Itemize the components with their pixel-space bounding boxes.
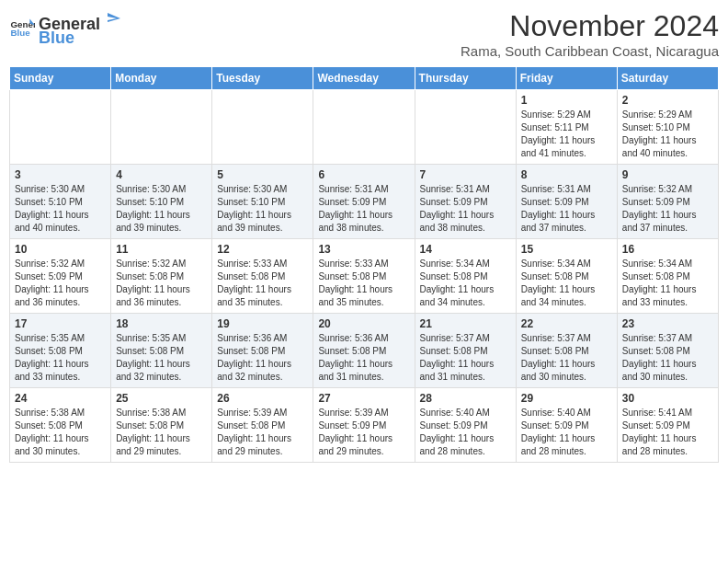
day-info: Sunrise: 5:34 AM Sunset: 5:08 PM Dayligh… bbox=[420, 258, 511, 309]
day-info: Sunrise: 5:29 AM Sunset: 5:11 PM Dayligh… bbox=[521, 109, 612, 160]
calendar-day-cell: 25Sunrise: 5:38 AM Sunset: 5:08 PM Dayli… bbox=[111, 388, 212, 463]
day-number: 15 bbox=[521, 243, 612, 256]
day-info: Sunrise: 5:37 AM Sunset: 5:08 PM Dayligh… bbox=[521, 332, 612, 384]
day-number: 3 bbox=[15, 168, 106, 181]
logo-icon: General Blue bbox=[9, 16, 35, 41]
day-info: Sunrise: 5:31 AM Sunset: 5:09 PM Dayligh… bbox=[420, 183, 511, 235]
day-info: Sunrise: 5:34 AM Sunset: 5:08 PM Dayligh… bbox=[622, 258, 713, 309]
calendar-day-cell: 1Sunrise: 5:29 AM Sunset: 5:11 PM Daylig… bbox=[516, 90, 617, 165]
day-info: Sunrise: 5:35 AM Sunset: 5:08 PM Dayligh… bbox=[116, 332, 207, 384]
logo: General Blue General Blue bbox=[9, 9, 120, 48]
day-number: 8 bbox=[521, 168, 612, 181]
day-number: 19 bbox=[217, 317, 308, 330]
calendar-day-cell: 4Sunrise: 5:30 AM Sunset: 5:10 PM Daylig… bbox=[111, 165, 212, 239]
calendar-day-cell: 30Sunrise: 5:41 AM Sunset: 5:09 PM Dayli… bbox=[617, 388, 718, 463]
weekday-header-saturday: Saturday bbox=[617, 67, 718, 90]
day-number: 28 bbox=[420, 392, 511, 405]
weekday-header-thursday: Thursday bbox=[415, 67, 516, 90]
day-number: 4 bbox=[116, 168, 207, 181]
calendar-week-row: 3Sunrise: 5:30 AM Sunset: 5:10 PM Daylig… bbox=[10, 165, 719, 239]
calendar-day-cell: 5Sunrise: 5:30 AM Sunset: 5:10 PM Daylig… bbox=[212, 165, 313, 239]
day-number: 27 bbox=[318, 392, 409, 405]
calendar-day-cell: 26Sunrise: 5:39 AM Sunset: 5:08 PM Dayli… bbox=[212, 388, 313, 463]
day-number: 20 bbox=[318, 317, 409, 330]
calendar-day-cell: 18Sunrise: 5:35 AM Sunset: 5:08 PM Dayli… bbox=[111, 314, 212, 388]
day-info: Sunrise: 5:36 AM Sunset: 5:08 PM Dayligh… bbox=[318, 332, 409, 384]
calendar-day-cell: 16Sunrise: 5:34 AM Sunset: 5:08 PM Dayli… bbox=[617, 239, 718, 314]
calendar-header-row: SundayMondayTuesdayWednesdayThursdayFrid… bbox=[10, 67, 719, 90]
calendar-day-cell: 11Sunrise: 5:32 AM Sunset: 5:08 PM Dayli… bbox=[111, 239, 212, 314]
calendar-week-row: 17Sunrise: 5:35 AM Sunset: 5:08 PM Dayli… bbox=[10, 314, 719, 388]
day-number: 26 bbox=[217, 392, 308, 405]
calendar-day-cell: 17Sunrise: 5:35 AM Sunset: 5:08 PM Dayli… bbox=[10, 314, 111, 388]
weekday-header-friday: Friday bbox=[516, 67, 617, 90]
calendar-day-cell: 14Sunrise: 5:34 AM Sunset: 5:08 PM Dayli… bbox=[415, 239, 516, 314]
calendar-day-cell bbox=[10, 90, 111, 165]
day-number: 9 bbox=[622, 168, 713, 181]
day-number: 5 bbox=[217, 168, 308, 181]
calendar-day-cell: 10Sunrise: 5:32 AM Sunset: 5:09 PM Dayli… bbox=[10, 239, 111, 314]
title-block: November 2024 Rama, South Caribbean Coas… bbox=[461, 9, 719, 59]
day-info: Sunrise: 5:37 AM Sunset: 5:08 PM Dayligh… bbox=[622, 332, 713, 384]
day-info: Sunrise: 5:32 AM Sunset: 5:09 PM Dayligh… bbox=[15, 258, 106, 309]
day-info: Sunrise: 5:40 AM Sunset: 5:09 PM Dayligh… bbox=[521, 407, 612, 458]
day-info: Sunrise: 5:31 AM Sunset: 5:09 PM Dayligh… bbox=[521, 183, 612, 235]
day-info: Sunrise: 5:35 AM Sunset: 5:08 PM Dayligh… bbox=[15, 332, 106, 384]
day-number: 7 bbox=[420, 168, 511, 181]
day-number: 25 bbox=[116, 392, 207, 405]
day-info: Sunrise: 5:39 AM Sunset: 5:08 PM Dayligh… bbox=[217, 407, 308, 458]
day-number: 6 bbox=[318, 168, 409, 181]
calendar-day-cell: 20Sunrise: 5:36 AM Sunset: 5:08 PM Dayli… bbox=[313, 314, 415, 388]
calendar-day-cell: 28Sunrise: 5:40 AM Sunset: 5:09 PM Dayli… bbox=[415, 388, 516, 463]
weekday-header-monday: Monday bbox=[111, 67, 212, 90]
day-info: Sunrise: 5:39 AM Sunset: 5:09 PM Dayligh… bbox=[318, 407, 409, 458]
calendar-week-row: 24Sunrise: 5:38 AM Sunset: 5:08 PM Dayli… bbox=[10, 388, 719, 463]
day-info: Sunrise: 5:41 AM Sunset: 5:09 PM Dayligh… bbox=[622, 407, 713, 458]
day-info: Sunrise: 5:34 AM Sunset: 5:08 PM Dayligh… bbox=[521, 258, 612, 309]
calendar-day-cell bbox=[212, 90, 313, 165]
calendar-day-cell: 6Sunrise: 5:31 AM Sunset: 5:09 PM Daylig… bbox=[313, 165, 415, 239]
day-info: Sunrise: 5:38 AM Sunset: 5:08 PM Dayligh… bbox=[15, 407, 106, 458]
day-number: 18 bbox=[116, 317, 207, 330]
weekday-header-wednesday: Wednesday bbox=[313, 67, 415, 90]
day-info: Sunrise: 5:32 AM Sunset: 5:09 PM Dayligh… bbox=[622, 183, 713, 235]
logo-bird-icon bbox=[100, 9, 120, 29]
day-number: 22 bbox=[521, 317, 612, 330]
day-info: Sunrise: 5:33 AM Sunset: 5:08 PM Dayligh… bbox=[318, 258, 409, 309]
calendar-day-cell: 15Sunrise: 5:34 AM Sunset: 5:08 PM Dayli… bbox=[516, 239, 617, 314]
calendar-day-cell: 21Sunrise: 5:37 AM Sunset: 5:08 PM Dayli… bbox=[415, 314, 516, 388]
day-info: Sunrise: 5:30 AM Sunset: 5:10 PM Dayligh… bbox=[15, 183, 106, 235]
calendar-day-cell bbox=[313, 90, 415, 165]
page-header: General Blue General Blue November 2024 … bbox=[9, 9, 719, 59]
month-title: November 2024 bbox=[461, 9, 719, 43]
day-info: Sunrise: 5:31 AM Sunset: 5:09 PM Dayligh… bbox=[318, 183, 409, 235]
day-info: Sunrise: 5:30 AM Sunset: 5:10 PM Dayligh… bbox=[116, 183, 207, 235]
location-subtitle: Rama, South Caribbean Coast, Nicaragua bbox=[461, 43, 719, 59]
calendar-day-cell: 9Sunrise: 5:32 AM Sunset: 5:09 PM Daylig… bbox=[617, 165, 718, 239]
calendar-week-row: 1Sunrise: 5:29 AM Sunset: 5:11 PM Daylig… bbox=[10, 90, 719, 165]
day-number: 11 bbox=[116, 243, 207, 256]
day-info: Sunrise: 5:32 AM Sunset: 5:08 PM Dayligh… bbox=[116, 258, 207, 309]
calendar-day-cell: 3Sunrise: 5:30 AM Sunset: 5:10 PM Daylig… bbox=[10, 165, 111, 239]
day-number: 23 bbox=[622, 317, 713, 330]
day-info: Sunrise: 5:40 AM Sunset: 5:09 PM Dayligh… bbox=[420, 407, 511, 458]
weekday-header-tuesday: Tuesday bbox=[212, 67, 313, 90]
day-info: Sunrise: 5:38 AM Sunset: 5:08 PM Dayligh… bbox=[116, 407, 207, 458]
day-number: 21 bbox=[420, 317, 511, 330]
calendar-day-cell: 27Sunrise: 5:39 AM Sunset: 5:09 PM Dayli… bbox=[313, 388, 415, 463]
day-number: 30 bbox=[622, 392, 713, 405]
calendar-day-cell: 2Sunrise: 5:29 AM Sunset: 5:10 PM Daylig… bbox=[617, 90, 718, 165]
day-number: 29 bbox=[521, 392, 612, 405]
svg-text:Blue: Blue bbox=[10, 28, 30, 38]
calendar-day-cell: 7Sunrise: 5:31 AM Sunset: 5:09 PM Daylig… bbox=[415, 165, 516, 239]
calendar-day-cell bbox=[415, 90, 516, 165]
calendar-day-cell: 24Sunrise: 5:38 AM Sunset: 5:08 PM Dayli… bbox=[10, 388, 111, 463]
day-number: 24 bbox=[15, 392, 106, 405]
day-number: 14 bbox=[420, 243, 511, 256]
weekday-header-sunday: Sunday bbox=[10, 67, 111, 90]
day-number: 2 bbox=[622, 94, 713, 107]
calendar-day-cell: 12Sunrise: 5:33 AM Sunset: 5:08 PM Dayli… bbox=[212, 239, 313, 314]
calendar-day-cell bbox=[111, 90, 212, 165]
calendar-day-cell: 13Sunrise: 5:33 AM Sunset: 5:08 PM Dayli… bbox=[313, 239, 415, 314]
day-number: 13 bbox=[318, 243, 409, 256]
